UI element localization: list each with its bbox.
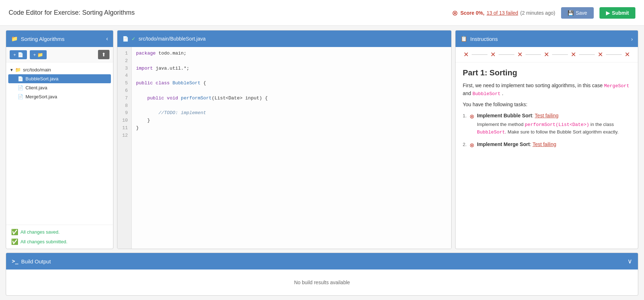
task-1-content: Implement Bubble Sort: Test failing Impl… bbox=[477, 112, 631, 136]
tree-file-bubblesort[interactable]: 📄 BubbleSort.java bbox=[8, 74, 111, 83]
tree-file-mergesort[interactable]: 📄 MergeSort.java bbox=[6, 92, 113, 101]
tasks-intro: You have the following tasks: bbox=[463, 101, 631, 108]
new-file-icon: + bbox=[13, 52, 16, 57]
code-panel: 📄 ✓ src/todo/main/BubbleSort.java 12345 … bbox=[117, 30, 452, 249]
new-file-button[interactable]: + 📄 bbox=[10, 50, 27, 59]
code-file-icon: 📄 bbox=[122, 36, 129, 42]
task-2-num: 2. bbox=[463, 141, 467, 148]
test-dot-4: ✕ bbox=[544, 51, 549, 58]
submit-button[interactable]: ▶ Submit bbox=[599, 7, 635, 19]
build-output-title: Build Output bbox=[21, 258, 51, 264]
code-content[interactable]: package todo.main; import java.util.*; p… bbox=[132, 47, 451, 249]
task-1-fail-icon: ⊗ bbox=[470, 112, 474, 121]
instructions-body: Part 1: Sorting First, we need to implem… bbox=[456, 62, 638, 249]
score-link[interactable]: 13 of 13 failed bbox=[486, 10, 518, 16]
status-submitted-text: All changes submitted. bbox=[20, 239, 67, 244]
task-1-method-code: performSort(List<Date>) bbox=[525, 122, 589, 127]
code-line-12 bbox=[136, 132, 447, 140]
code-line-8 bbox=[136, 102, 447, 110]
task-list: 1. ⊗ Implement Bubble Sort: Test failing… bbox=[463, 112, 631, 150]
build-no-results: No build results available bbox=[294, 280, 350, 285]
folder-dir-icon: 📁 bbox=[15, 67, 21, 72]
file-name-client: Client.java bbox=[25, 85, 47, 90]
new-folder-icon: 📁 bbox=[37, 52, 43, 57]
build-body: No build results available bbox=[6, 269, 638, 295]
new-file-doc-icon: 📄 bbox=[18, 52, 23, 57]
page-title: Code Editor for Exercise: Sorting Algori… bbox=[9, 9, 135, 17]
file-panel-collapse-arrow[interactable]: ‹ bbox=[106, 36, 108, 42]
score-time: (2 minutes ago) bbox=[520, 10, 555, 16]
code-line-9: //TODO: implement bbox=[136, 109, 447, 117]
instructions-panel: 📋 Instructions › ✕ ✕ ✕ ✕ ✕ ✕ ✕ bbox=[455, 30, 638, 249]
score-x-icon: ⊗ bbox=[452, 9, 458, 17]
panels-row: 📁 Sorting Algorithms ‹ + 📄 + 📁 ⬆ bbox=[6, 30, 638, 249]
task-1-link[interactable]: Test failing bbox=[535, 113, 559, 118]
code-line-2 bbox=[136, 57, 447, 65]
build-chevron-icon: ∨ bbox=[627, 257, 632, 265]
header-right: ⊗ Score 0%, 13 of 13 failed (2 minutes a… bbox=[452, 7, 635, 19]
task-1-desc: Implement the method performSort(List<Da… bbox=[477, 121, 631, 136]
test-line-2 bbox=[499, 54, 514, 55]
main-layout: 📁 Sorting Algorithms ‹ + 📄 + 📁 ⬆ bbox=[0, 26, 644, 300]
save-button[interactable]: 💾 Save bbox=[561, 7, 594, 19]
instructions-header-left: 📋 Instructions bbox=[461, 36, 498, 42]
file-icon-bubblesort: 📄 bbox=[18, 76, 23, 81]
new-folder-button[interactable]: + 📁 bbox=[30, 50, 47, 59]
code-line-10: } bbox=[136, 117, 447, 125]
merge-sort-code: MergeSort bbox=[604, 83, 629, 89]
code-line-4 bbox=[136, 72, 447, 80]
file-panel-header: 📁 Sorting Algorithms ‹ bbox=[6, 31, 113, 47]
collapse-button[interactable]: ⬆ bbox=[98, 50, 109, 59]
build-header[interactable]: >_ Build Output ∨ bbox=[6, 253, 638, 269]
task-2-link[interactable]: Test failing bbox=[532, 141, 556, 147]
score-text: Score 0%, bbox=[460, 10, 484, 16]
test-dot-6: ✕ bbox=[598, 51, 603, 58]
tree-file-client[interactable]: 📄 Client.java bbox=[6, 83, 113, 92]
code-header-left: 📄 ✓ src/todo/main/BubbleSort.java bbox=[122, 36, 206, 42]
bubble-sort-code: BubbleSort bbox=[472, 91, 500, 97]
file-icon-mergesort: 📄 bbox=[18, 94, 23, 99]
code-check-icon: ✓ bbox=[131, 36, 136, 42]
code-line-6 bbox=[136, 87, 447, 95]
terminal-icon: >_ bbox=[12, 258, 18, 264]
task-1-class-code: BubbleSort bbox=[477, 130, 505, 135]
file-name-mergesort: MergeSort.java bbox=[25, 94, 57, 99]
build-panel: >_ Build Output ∨ No build results avail… bbox=[6, 253, 638, 296]
test-line-5 bbox=[579, 54, 595, 55]
task-1-title: Implement Bubble Sort bbox=[477, 113, 532, 118]
test-line-1 bbox=[472, 54, 487, 55]
top-header: Code Editor for Exercise: Sorting Algori… bbox=[0, 0, 644, 26]
file-panel: 📁 Sorting Algorithms ‹ + 📄 + 📁 ⬆ bbox=[6, 30, 113, 249]
tree-folder-src[interactable]: ▾ 📁 src/todo/main bbox=[6, 65, 113, 74]
file-toolbar: + 📄 + 📁 ⬆ bbox=[6, 47, 113, 62]
test-dot-7: ✕ bbox=[625, 51, 630, 58]
submitted-check-icon: ✅ bbox=[11, 238, 18, 245]
file-panel-title: Sorting Algorithms bbox=[21, 36, 65, 42]
test-dot-5: ✕ bbox=[571, 51, 576, 58]
code-line-1: package todo.main; bbox=[136, 50, 447, 57]
code-file-path: src/todo/main/BubbleSort.java bbox=[139, 36, 206, 42]
status-submitted-line: ✅ All changes submitted. bbox=[11, 238, 108, 245]
task-2-title: Implement Merge Sort bbox=[477, 141, 530, 147]
code-editor-area[interactable]: 12345 678910 1112 package todo.main; imp… bbox=[117, 47, 451, 249]
test-dot-3: ✕ bbox=[517, 51, 523, 58]
instructions-part-title: Part 1: Sorting bbox=[463, 68, 631, 78]
instructions-intro-para: First, we need to implement two sorting … bbox=[463, 82, 631, 97]
instructions-title: Instructions bbox=[470, 36, 498, 42]
file-tree: ▾ 📁 src/todo/main 📄 BubbleSort.java 📄 Cl… bbox=[6, 62, 113, 225]
saved-check-icon: ✅ bbox=[11, 229, 18, 235]
line-numbers: 12345 678910 1112 bbox=[117, 47, 132, 249]
task-2-content: Implement Merge Sort: Test failing bbox=[477, 141, 556, 148]
task-item-2: 2. ⊗ Implement Merge Sort: Test failing bbox=[463, 141, 631, 150]
test-dot-2: ✕ bbox=[490, 51, 496, 58]
submit-icon: ▶ bbox=[606, 10, 610, 16]
folder-name: src/todo/main bbox=[23, 67, 51, 72]
file-status: ✅ All changes saved. ✅ All changes submi… bbox=[6, 225, 113, 249]
new-folder-plus-icon: + bbox=[33, 52, 36, 57]
task-2-fail-icon: ⊗ bbox=[470, 141, 474, 150]
instructions-arrow-icon[interactable]: › bbox=[631, 36, 633, 42]
build-header-left: >_ Build Output bbox=[12, 258, 51, 264]
test-dots-row: ✕ ✕ ✕ ✕ ✕ ✕ ✕ bbox=[456, 47, 638, 62]
file-icon-client: 📄 bbox=[18, 85, 23, 90]
test-dot-1: ✕ bbox=[463, 51, 469, 58]
